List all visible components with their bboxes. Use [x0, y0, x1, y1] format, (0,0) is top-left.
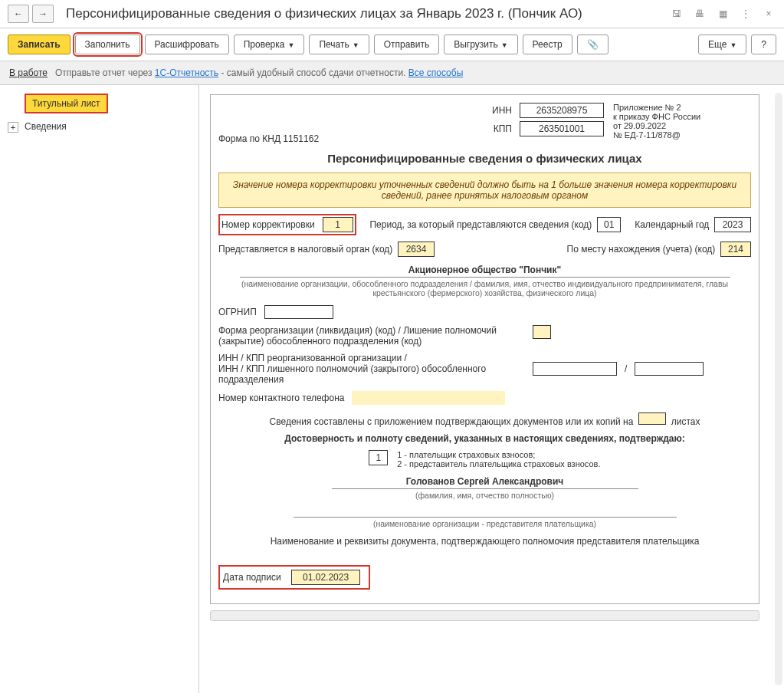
- attach-button[interactable]: 📎: [577, 35, 609, 54]
- expand-icon[interactable]: +: [8, 122, 18, 133]
- doc-icon[interactable]: ▦: [715, 6, 730, 21]
- print-icon[interactable]: 🖶: [692, 6, 707, 21]
- scrollbar[interactable]: [775, 93, 782, 685]
- send-button[interactable]: Отправить: [374, 35, 440, 54]
- sig-date-input[interactable]: 01.02.2023: [291, 570, 360, 585]
- who-input[interactable]: 1: [369, 450, 388, 465]
- confirm-title: Достоверность и полноту сведений, указан…: [218, 433, 751, 444]
- tree-title-page[interactable]: Титульный лист: [3, 90, 195, 117]
- status-label[interactable]: В работе: [9, 67, 48, 78]
- appendix-info: Приложение № 2 к приказу ФНС России от 2…: [613, 103, 751, 144]
- fio: Голованов Сергей Александрович: [218, 476, 751, 487]
- org-name: Акционерное общество "Пончик": [218, 265, 751, 275]
- place-label: По месту нахождения (учета) (код): [567, 244, 716, 255]
- org-note: (наименование организации, обособленного…: [218, 279, 751, 297]
- reorg-input[interactable]: [533, 325, 551, 339]
- knd-label: Форма по КНД 1151162: [218, 133, 365, 144]
- who-options: 1 - плательщик страховых взносов; 2 - пр…: [397, 450, 600, 468]
- reorg-inn-input[interactable]: [533, 362, 617, 376]
- sig-date-label: Дата подписи: [223, 572, 281, 583]
- reorg-kpp-input[interactable]: [635, 362, 704, 376]
- form-title: Персонифицированные сведения о физически…: [218, 152, 751, 165]
- menu-icon[interactable]: ⋮: [738, 6, 753, 21]
- ogrnip-label: ОГРНИП: [218, 307, 257, 317]
- fill-button[interactable]: Заполнить: [75, 35, 140, 54]
- fio-note: (фамилия, имя, отчество полностью): [218, 491, 751, 500]
- repr-note: (наименование организации - представител…: [218, 519, 751, 528]
- registry-button[interactable]: Реестр: [523, 35, 572, 54]
- repr-doc-label: Наименование и реквизиты документа, подт…: [218, 536, 751, 547]
- year-input[interactable]: 2023: [714, 217, 751, 232]
- reorg2-label: ИНН / КПП реорганизованной организации /…: [218, 353, 525, 385]
- more-button[interactable]: Еще▼: [698, 35, 746, 54]
- inn-label: ИНН: [492, 105, 512, 116]
- reorg-label: Форма реорганизации (ликвидация) (код) /…: [218, 325, 525, 347]
- slash: /: [625, 363, 627, 374]
- year-label: Календарный год: [635, 219, 709, 230]
- pages-label: Сведения составлены с приложением подтве…: [270, 416, 634, 427]
- tax-label: Представляется в налоговый орган (код): [218, 244, 392, 255]
- inn-input[interactable]: 2635208975: [520, 103, 604, 118]
- hscrollbar[interactable]: [210, 610, 759, 621]
- ogrnip-input[interactable]: [264, 305, 333, 319]
- link-1c[interactable]: 1С-Отчетность: [155, 67, 218, 78]
- export-button[interactable]: Выгрузить▼: [444, 35, 517, 54]
- link-all[interactable]: Все способы: [408, 67, 464, 78]
- period-label: Период, за который представляются сведен…: [369, 219, 592, 230]
- pages-suffix: листах: [671, 416, 700, 427]
- phone-input[interactable]: [352, 391, 505, 405]
- save-button[interactable]: Записать: [8, 35, 71, 54]
- info-message: Отправьте отчет через 1С-Отчетность - са…: [55, 67, 463, 78]
- kpp-label: КПП: [494, 123, 512, 134]
- phone-label: Номер контактного телефона: [218, 393, 344, 403]
- print-button[interactable]: Печать▼: [309, 35, 369, 54]
- help-button[interactable]: ?: [751, 35, 776, 54]
- save-icon[interactable]: 🖫: [669, 6, 684, 21]
- kpp-input[interactable]: 263501001: [520, 121, 604, 136]
- correction-notice: Значение номера корректировки уточненных…: [218, 173, 751, 208]
- period-input[interactable]: 01: [597, 217, 621, 232]
- correction-label: Номер корректировки: [221, 219, 315, 230]
- place-input[interactable]: 214: [720, 242, 751, 257]
- forward-button[interactable]: →: [32, 5, 54, 23]
- close-icon[interactable]: ×: [761, 6, 776, 21]
- back-button[interactable]: ←: [8, 5, 29, 23]
- window-title: Персонифицированные сведения о физически…: [66, 6, 669, 21]
- check-button[interactable]: Проверка▼: [234, 35, 305, 54]
- decode-button[interactable]: Расшифровать: [145, 35, 229, 54]
- correction-input[interactable]: 1: [323, 217, 353, 232]
- tax-input[interactable]: 2634: [398, 242, 435, 257]
- pages-input[interactable]: [638, 412, 666, 425]
- tree-details[interactable]: + Сведения: [3, 117, 195, 136]
